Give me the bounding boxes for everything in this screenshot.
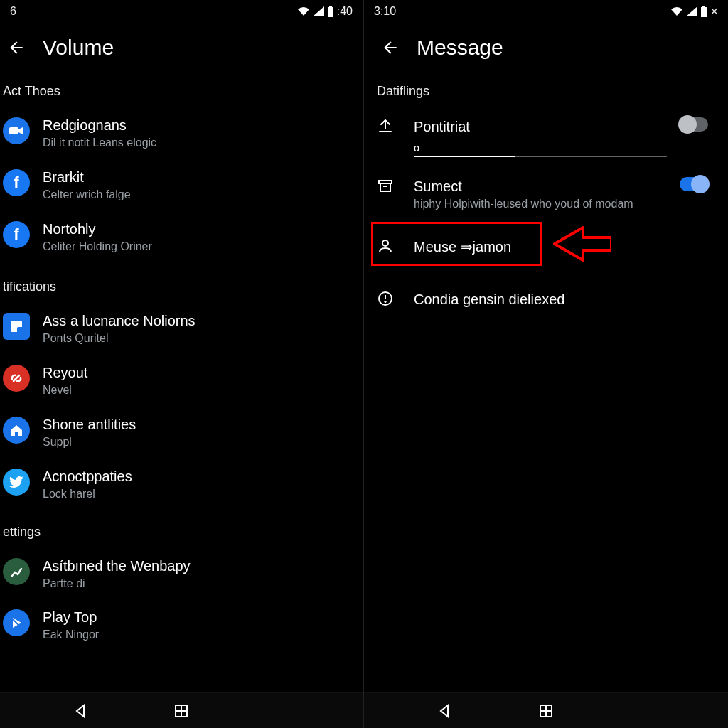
svg-rect-0 [328,7,333,17]
right-screen: 3:10 × Message Datiflings Pontitriat α [364,0,728,728]
twitter-icon [3,469,30,496]
item-subtitle: Nevel [43,383,360,398]
triangle-back-icon [437,703,452,719]
section-label-ettings: ettings [3,510,360,548]
input-value: α [414,141,667,156]
upload-icon [377,117,401,141]
status-icons: × [670,4,718,19]
item-subtitle: Lock harel [43,487,360,502]
section-label-actthoes: Act Thoes [3,75,360,107]
status-bar: 6 :40 [0,0,363,23]
battery-icon [700,6,707,17]
home-icon [3,417,30,444]
item-subtitle: Celiter Holding Oriner [43,240,360,255]
person-icon [377,237,401,262]
nav-back-button[interactable] [423,697,466,725]
arrow-left-icon [381,38,400,57]
item-shone[interactable]: Shone antlities Suppl [3,407,360,459]
item-acnoctppaties[interactable]: Acnoctppaties Lock harel [3,459,360,510]
item-subtitle: Dil it notit Leans elogic [43,136,360,151]
item-condia[interactable]: Condia gensin dieliexed [377,280,715,324]
archive-icon [377,177,401,201]
header: Volume [0,23,363,75]
item-asslucnance[interactable]: Ass a lucnance Noliorns Ponts Quritel [3,303,360,355]
item-title: Meuse ⇒jamon [414,237,715,256]
item-subtitle: Celter wrich falge [43,188,360,203]
battery-icon [327,6,334,17]
link-icon [3,365,30,392]
item-subtitle: Partte di [43,577,360,592]
item-title: Ass a lucnance Noliorns [43,311,360,330]
play-icon [3,609,30,636]
nav-bar [364,692,728,728]
header: Message [364,23,728,75]
item-brarkit[interactable]: f Brarkit Celter wrich falge [3,159,360,211]
item-subtitle: hiphy Holpiwith-leused who youd of modam [414,197,667,212]
item-subtitle: Eak Ningor [43,628,360,643]
svg-rect-10 [702,6,705,7]
item-title: Nortohly [43,220,360,238]
left-screen: 6 :40 Volume Act Thoes Redgiognans Dil i… [0,0,364,728]
item-title: Asítbıned the Wenbapy [43,557,360,575]
item-title: Reyout [43,363,360,382]
item-nortohly[interactable]: f Nortohly Celiter Holding Oriner [3,211,360,263]
status-bar: 3:10 × [364,0,728,23]
item-title: Redgiognans [43,116,360,134]
item-redgiognans[interactable]: Redgiognans Dil it notit Leans elogic [3,107,360,159]
svg-point-17 [385,301,386,302]
toggle-off[interactable] [680,117,708,132]
item-meuse[interactable]: Meuse ⇒jamon [377,228,715,272]
status-clock: :40 [337,5,353,18]
item-subtitle: Ponts Quritel [43,331,360,346]
back-button[interactable] [4,36,28,60]
status-clock: 3:10 [374,5,396,18]
alert-icon [377,290,401,314]
facebook-icon: f [3,221,30,248]
chart-icon [3,558,30,585]
content-scroll[interactable]: Act Thoes Redgiognans Dil it notit Leans… [0,75,363,692]
input-field[interactable]: α [414,141,667,157]
item-sumect[interactable]: Sumect hiphy Holpiwith-leused who youd o… [377,167,715,222]
item-asitbined[interactable]: Asítbıned the Wenbapy Partte di [3,548,360,600]
item-title: Pontitriat [414,117,667,136]
item-reyout[interactable]: Reyout Nevel [3,355,360,407]
square-recents-icon [174,704,188,718]
notification-icon [3,313,30,340]
signal-icon [313,6,324,16]
section-label-tifications: tifications [3,262,360,303]
svg-rect-4 [17,327,23,333]
wifi-icon [297,6,310,16]
item-pontitriat[interactable]: Pontitriat α [377,107,715,167]
item-title: Brarkit [43,168,360,186]
page-title: Volume [43,36,114,60]
wifi-icon [670,6,683,16]
item-playtop[interactable]: Play Top Eak Ningor [3,599,360,651]
toggle-on[interactable] [680,177,708,191]
arrow-left-icon [7,38,26,57]
nav-bar [0,692,363,728]
nav-recents-button[interactable] [160,697,203,725]
signal-icon [686,6,697,16]
item-title: Sumect [414,177,667,196]
item-title: Shone antlities [43,415,360,434]
svg-rect-2 [9,127,18,134]
close-icon: × [710,4,718,19]
content-scroll[interactable]: Datiflings Pontitriat α Sumect [364,75,728,692]
item-subtitle: Suppl [43,435,360,450]
page-title: Message [417,36,503,60]
status-time-prefix: 6 [10,5,16,18]
nav-back-button[interactable] [59,697,102,725]
camera-icon [3,117,30,144]
svg-rect-12 [380,183,390,191]
nav-recents-button[interactable] [525,697,567,725]
section-label-datiflings: Datiflings [377,75,715,107]
item-title: Condia gensin dieliexed [414,290,715,309]
svg-rect-9 [701,7,707,17]
triangle-back-icon [73,703,88,719]
back-button[interactable] [378,36,402,60]
svg-point-14 [382,240,388,246]
item-title: Acnoctppaties [43,467,360,486]
svg-rect-1 [329,6,332,7]
facebook-icon: f [3,169,30,196]
square-recents-icon [539,704,553,718]
